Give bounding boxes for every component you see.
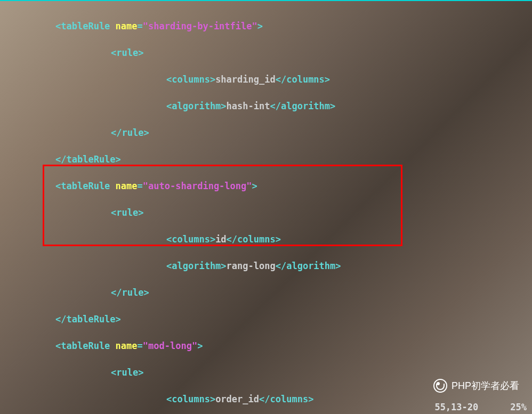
watermark-text: PHP初学者必看	[452, 379, 519, 392]
code-line: <tableRule name="sharding-by-intfile">	[0, 20, 532, 33]
code-line: <tableRule name="mod-long">	[0, 339, 532, 353]
watermark: PHP初学者必看	[433, 379, 519, 393]
code-line: <columns>id</columns>	[0, 233, 532, 246]
wechat-icon	[433, 379, 447, 393]
code-line: <rule>	[0, 206, 532, 220]
code-line: </tableRule>	[0, 153, 532, 166]
scroll-percent: 25%	[510, 402, 527, 412]
code-line: </rule>	[0, 126, 532, 140]
code-line: <tableRule name="auto-sharding-long">	[0, 180, 532, 193]
code-line: <algorithm>hash-int</algorithm>	[0, 100, 532, 113]
code-editor[interactable]: <tableRule name="sharding-by-intfile"> <…	[0, 1, 532, 399]
status-bar: 55,13-20 25%	[0, 400, 532, 414]
cursor-position: 55,13-20	[434, 402, 478, 412]
code-line: <columns>sharding_id</columns>	[0, 73, 532, 86]
code-line: <algorithm>rang-long</algorithm>	[0, 259, 532, 273]
code-line: </rule>	[0, 286, 532, 299]
code-line: <rule>	[0, 46, 532, 60]
code-line: <rule>	[0, 366, 532, 379]
code-line: </tableRule>	[0, 313, 532, 326]
